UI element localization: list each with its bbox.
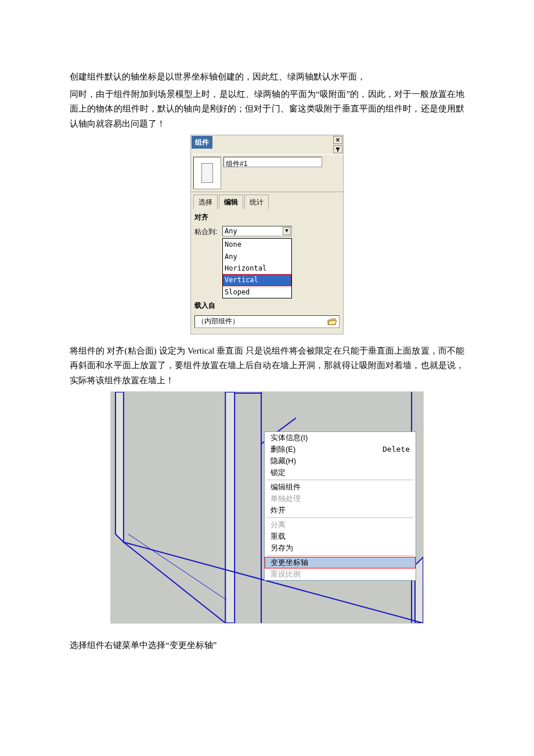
glue-to-value: Any [225, 225, 237, 237]
paragraph-2: 同时，由于组件附加到场景模型上时，是以红、绿两轴的平面为“吸附面”的，因此，对于… [70, 87, 464, 132]
open-folder-icon[interactable] [327, 318, 337, 326]
menu-reset-scale: 重设比例 [265, 568, 416, 580]
menu-save-as[interactable]: 另存为 [265, 542, 416, 554]
internal-components-text: （内部组件） [197, 315, 239, 327]
paragraph-3: 将组件的 对齐(粘合面) 设定为 Vertical 垂直面 只是说组件将会被限定… [70, 344, 464, 388]
menu-isolate: 单独处理 [265, 493, 416, 505]
glue-option-vertical[interactable]: Vertical [223, 274, 291, 286]
context-menu: 实体信息(I) 删除(E)Delete 隐藏(H) 锁定 编辑组件 单独处理 炸… [264, 431, 416, 581]
menu-detach: 分离 [265, 519, 416, 531]
svg-marker-7 [415, 557, 423, 623]
panel-pin-button[interactable] [333, 145, 342, 153]
glue-option-none[interactable]: None [223, 239, 291, 250]
align-section-label: 对齐 [191, 209, 343, 224]
viewport-screenshot: ↖ 实体信息(I) 删除(E)Delete 隐藏(H) 锁定 编辑组件 单独处理… [110, 391, 424, 624]
load-from-label: 载入自 [194, 300, 215, 311]
svg-marker-1 [116, 392, 124, 542]
menu-delete[interactable]: 删除(E)Delete [265, 444, 416, 455]
paragraph-1: 创建组件默认的轴坐标是以世界坐标轴创建的，因此红、绿两轴默认水平面， [70, 70, 464, 85]
glue-to-label: 粘合到: [194, 226, 222, 237]
menu-change-axes[interactable]: 变更坐标轴 [265, 557, 416, 568]
menu-hide[interactable]: 隐藏(H) [265, 455, 416, 467]
component-thumbnail [193, 157, 221, 189]
menu-separator [267, 555, 413, 556]
menu-separator [267, 517, 413, 518]
tab-stats[interactable]: 统计 [244, 195, 269, 209]
glue-option-sloped[interactable]: Sloped [223, 286, 291, 298]
combo-dropdown-icon[interactable]: ▼ [283, 227, 291, 235]
menu-explode[interactable]: 炸开 [265, 505, 416, 516]
glue-option-horizontal[interactable]: Horizontal [223, 262, 291, 274]
menu-reload[interactable]: 重载 [265, 531, 416, 542]
component-name-input[interactable]: 组件#1 [223, 157, 322, 167]
menu-entity-info[interactable]: 实体信息(I) [265, 432, 416, 444]
panel-tabs: 选择 编辑 统计 [191, 192, 343, 209]
menu-edit-component[interactable]: 编辑组件 [265, 481, 416, 493]
glue-to-dropdown-list[interactable]: None Any Horizontal Vertical Sloped [222, 238, 292, 298]
panel-title: 组件 [192, 136, 212, 149]
panel-close-button[interactable]: × [333, 136, 342, 144]
menu-separator [267, 480, 413, 480]
components-panel: 组件 × 组件#1 选择 编辑 统计 对齐 [190, 135, 344, 334]
glue-to-combo[interactable]: Any ▼ [222, 226, 292, 236]
paragraph-4: 选择组件右键菜单中选择“变更坐标轴” [70, 638, 464, 653]
svg-marker-2 [225, 392, 234, 623]
tab-edit[interactable]: 编辑 [219, 195, 243, 209]
menu-lock[interactable]: 锁定 [265, 467, 416, 478]
glue-option-any[interactable]: Any [223, 251, 291, 262]
tab-select[interactable]: 选择 [193, 195, 218, 209]
